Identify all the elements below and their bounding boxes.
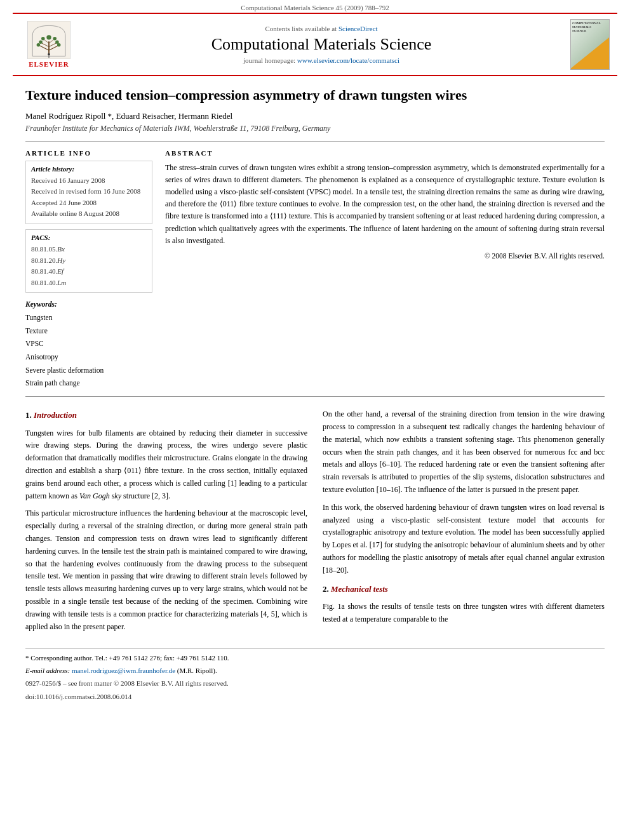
body-left-col: 1. Introduction Tungsten wires for bulb … <box>25 408 307 638</box>
received-date: Received 16 January 2008 <box>31 175 147 187</box>
section2-heading: 2. Mechanical tests <box>323 582 605 596</box>
keyword-3: VPSC <box>25 337 152 350</box>
article-history-box: Article history: Received 16 January 200… <box>25 161 152 224</box>
keyword-1: Tungsten <box>25 311 152 324</box>
journal-name: Computational Materials Science <box>77 35 565 54</box>
sciencedirect-link[interactable]: ScienceDirect <box>338 25 378 32</box>
revised-date: Received in revised form 16 June 2008 <box>31 186 147 197</box>
abstract-column: ABSTRACT The stress–strain curves of dra… <box>165 149 605 390</box>
pacs-3: 80.81.40.Ef <box>31 266 147 277</box>
email-link[interactable]: manel.rodriguez@iwm.fraunhofer.de <box>72 667 175 674</box>
section1-title: Introduction <box>34 410 77 420</box>
journal-title-block: Contents lists available at ScienceDirec… <box>77 25 565 64</box>
keyword-2: Texture <box>25 324 152 338</box>
section1-heading: 1. Introduction <box>25 408 307 422</box>
body-para-3: On the other hand, a reversal of the str… <box>323 408 605 497</box>
keyword-6: Strain path change <box>25 377 152 390</box>
footnotes: * Corresponding author. Tel.: +49 761 51… <box>25 648 605 702</box>
body-para-2: This particular microstructure influence… <box>25 507 307 633</box>
sciencedirect-line: Contents lists available at ScienceDirec… <box>77 25 565 32</box>
article-info-abstract: ARTICLE INFO Article history: Received 1… <box>25 149 605 390</box>
body-para-1: Tungsten wires for bulb filaments are ob… <box>25 427 307 503</box>
keyword-5: Severe plastic deformation <box>25 364 152 377</box>
authors-line: Manel Rodríguez Ripoll *, Eduard Reisach… <box>25 111 605 121</box>
svg-point-14 <box>46 35 51 39</box>
svg-point-15 <box>48 53 50 56</box>
article-title: Texture induced tension–compression asym… <box>25 86 605 105</box>
svg-point-12 <box>41 37 45 41</box>
journal-homepage: journal homepage: www.elsevier.com/locat… <box>77 57 565 64</box>
cover-thumbnail: COMPUTATIONALMATERIALSSCIENCE <box>570 19 610 70</box>
article-container: Texture induced tension–compression asym… <box>25 76 605 702</box>
elsevier-logo: ELSEVIER <box>20 21 77 68</box>
section1-number: 1. <box>25 410 34 420</box>
svg-point-10 <box>39 40 43 44</box>
svg-point-9 <box>57 43 61 47</box>
body-right-col: On the other hand, a reversal of the str… <box>323 408 605 638</box>
available-date: Available online 8 August 2008 <box>31 208 147 220</box>
abstract-title: ABSTRACT <box>165 149 605 157</box>
affiliation: Fraunhofer Institute for Mechanics of Ma… <box>25 124 605 133</box>
homepage-url[interactable]: www.elsevier.com/locate/commatsci <box>297 57 399 64</box>
journal-header: ELSEVIER Contents lists available at Sci… <box>13 13 617 76</box>
section2-title: Mechanical tests <box>331 584 388 594</box>
pacs-1: 80.81.05.Bx <box>31 244 147 255</box>
abstract-text: The stress–strain curves of drawn tungst… <box>165 162 605 247</box>
body-two-col: 1. Introduction Tungsten wires for bulb … <box>25 408 605 638</box>
citation-bar: Computational Materials Science 45 (2009… <box>0 0 630 13</box>
article-info-column: ARTICLE INFO Article history: Received 1… <box>25 149 152 390</box>
pacs-4: 80.81.40.Lm <box>31 277 147 289</box>
using-word: using <box>357 516 373 524</box>
pacs-box: PACS: 80.81.05.Bx 80.81.20.Hy 80.81.40.E… <box>25 229 152 293</box>
elsevier-text: ELSEVIER <box>29 60 69 68</box>
body-para-4: In this work, the observed hardening beh… <box>323 502 605 577</box>
keywords-section: Keywords: Tungsten Texture VPSC Anisotro… <box>25 298 152 390</box>
citation-text: Computational Materials Science 45 (2009… <box>241 4 389 11</box>
keywords-title: Keywords: <box>25 298 152 311</box>
journal-cover: COMPUTATIONALMATERIALSSCIENCE <box>565 19 610 70</box>
article-info-title: ARTICLE INFO <box>25 149 152 157</box>
divider-1 <box>25 141 605 142</box>
svg-point-8 <box>37 43 41 47</box>
body-para-5: Fig. 1a shows the results of tensile tes… <box>323 601 605 626</box>
footnote-corresponding: * Corresponding author. Tel.: +49 761 51… <box>25 653 605 663</box>
footnote-email: E-mail address: manel.rodriguez@iwm.frau… <box>25 665 605 676</box>
pacs-title: PACS: <box>31 234 147 241</box>
svg-point-11 <box>55 40 59 44</box>
svg-point-13 <box>53 37 57 41</box>
section2-number: 2. <box>323 584 331 594</box>
doi-line: doi:10.1016/j.commatsci.2008.06.014 <box>25 691 605 702</box>
accepted-date: Accepted 24 June 2008 <box>31 197 147 209</box>
copyright-line: © 2008 Elsevier B.V. All rights reserved… <box>165 252 605 260</box>
pacs-2: 80.81.20.Hy <box>31 255 147 267</box>
keyword-4: Anisotropy <box>25 350 152 364</box>
issn-line: 0927-0256/$ – see front matter © 2008 El… <box>25 678 605 689</box>
divider-2 <box>25 396 605 397</box>
history-title: Article history: <box>31 165 147 173</box>
